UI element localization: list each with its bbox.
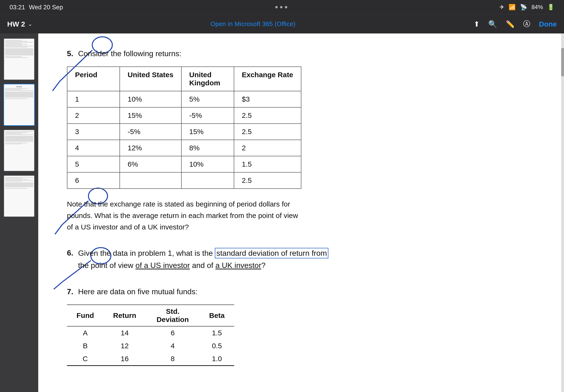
fund-c: C [67,352,103,366]
period-2: 2 [67,107,120,124]
us-2: 15% [120,107,181,124]
status-bar: 03:21 Wed 20 Sep ✈ 📶 📡 84% 🔋 [0,0,564,14]
battery: 84% [532,4,543,11]
thumbnail-page-2[interactable] [4,84,35,126]
thumbnail-page-4[interactable] [4,175,35,217]
uk-6 [181,172,234,189]
question-6-number: 6. [67,247,73,259]
col-beta: Beta [200,305,234,326]
thumbnail-page-3[interactable] [4,129,35,171]
share-icon[interactable]: ⬆ [474,20,480,28]
rate-5: 1.5 [234,156,301,172]
edit-icon[interactable]: ✏️ [506,20,515,28]
us-investor-ref: of a US investor [136,261,190,270]
date: Wed 20 Sep [29,4,63,11]
table-row: 5 6% 10% 1.5 [67,156,301,172]
main-layout: 5. Consider the following returns: Perio… [0,33,564,392]
toolbar-right: ⬆ 🔍 ✏️ Ⓐ Done [474,19,557,29]
uk-5: 10% [181,156,234,172]
col-period: Period [67,67,120,91]
rate-1: $3 [234,91,301,107]
scrollbar-thumb[interactable] [561,48,564,76]
return-b: 12 [103,339,146,352]
status-bar-right: ✈ 📶 📡 84% 🔋 [499,4,554,11]
airplane-icon: ✈ [499,4,504,11]
dot2 [280,6,282,8]
toolbar-left: HW 2 ⌄ [7,20,32,28]
sidebar[interactable] [0,33,38,392]
question-6-header: 6. Given the data in problem 1, what is … [67,247,542,272]
question-5-header: 5. Consider the following returns: [67,48,542,59]
col-std: Std. Deviation [146,305,200,326]
wifi-icon: 📶 [509,4,516,11]
period-5: 5 [67,156,120,172]
question-7-number: 7. [67,286,73,297]
table-row: 3 -5% 15% 2.5 [67,124,301,140]
rate-6: 2.5 [234,172,301,189]
uk-2: -5% [181,107,234,124]
accessibility-icon[interactable]: Ⓐ [523,19,530,29]
table-row: 2 15% -5% 2.5 [67,107,301,124]
question-6-text: Given the data in problem 1, what is the… [78,247,328,272]
open-in-office-button[interactable]: Open in Microsoft 365 (Office) [210,20,295,28]
us-5: 6% [120,156,181,172]
us-4: 12% [120,140,181,156]
question-5-note: Note that the exchange rate is stated as… [67,198,542,233]
question-7-text: Here are data on five mutual funds: [78,286,198,297]
question-5-block: 5. Consider the following returns: Perio… [67,48,542,233]
question-5-number: 5. [67,48,73,59]
period-6: 6 [67,172,120,189]
beta-c: 1.0 [200,352,234,366]
return-c: 16 [103,352,146,366]
uk-3: 15% [181,124,234,140]
beta-a: 1.5 [200,326,234,339]
question-5-text: Consider the following returns: [78,48,181,59]
question-7-block: 7. Here are data on five mutual funds: F… [67,286,542,366]
search-icon[interactable]: 🔍 [488,20,497,28]
return-a: 14 [103,326,146,339]
status-bar-center [275,6,287,8]
uk-investor-ref: a UK investor [215,261,261,270]
us-6 [120,172,181,189]
returns-table: Period United States UnitedKingdom Excha… [67,67,301,189]
status-bar-left: 03:21 Wed 20 Sep [10,4,63,11]
table-row: 6 2.5 [67,172,301,189]
us-1: 10% [120,91,181,107]
std-a: 6 [146,326,200,339]
rate-4: 2 [234,140,301,156]
fund-b: B [67,339,103,352]
thumbnail-page-1[interactable] [4,38,35,80]
signal-icon: 📡 [520,4,527,11]
col-us: United States [120,67,181,91]
toolbar-center: Open in Microsoft 365 (Office) [37,20,469,28]
table-row: C 16 8 1.0 [67,352,234,366]
mutual-funds-table: Fund Return Std. Deviation Beta A 14 6 1… [67,305,234,366]
done-button[interactable]: Done [539,20,557,28]
dot3 [285,6,287,8]
document-content: 5. Consider the following returns: Perio… [38,33,561,392]
table-row: B 12 4 0.5 [67,339,234,352]
svg-line-2 [53,81,60,91]
rate-2: 2.5 [234,107,301,124]
period-3: 3 [67,124,120,140]
battery-icon: 🔋 [547,4,554,11]
table-row: 4 12% 8% 2 [67,140,301,156]
uk-4: 8% [181,140,234,156]
scrollbar[interactable] [561,33,564,392]
highlighted-phrase: standard deviation of return from [215,248,328,258]
table-row: A 14 6 1.5 [67,326,234,339]
std-c: 8 [146,352,200,366]
uk-1: 5% [181,91,234,107]
col-return: Return [103,305,146,326]
col-rate: Exchange Rate [234,67,301,91]
chevron-down-icon[interactable]: ⌄ [28,21,32,27]
question-7-header: 7. Here are data on five mutual funds: [67,286,542,297]
document-title[interactable]: HW 2 [7,20,25,28]
question-6-block: 6. Given the data in problem 1, what is … [67,247,542,272]
dot1 [275,6,278,8]
period-1: 1 [67,91,120,107]
rate-3: 2.5 [234,124,301,140]
svg-line-5 [55,225,62,234]
fund-table-header-row: Fund Return Std. Deviation Beta [67,305,234,326]
period-4: 4 [67,140,120,156]
